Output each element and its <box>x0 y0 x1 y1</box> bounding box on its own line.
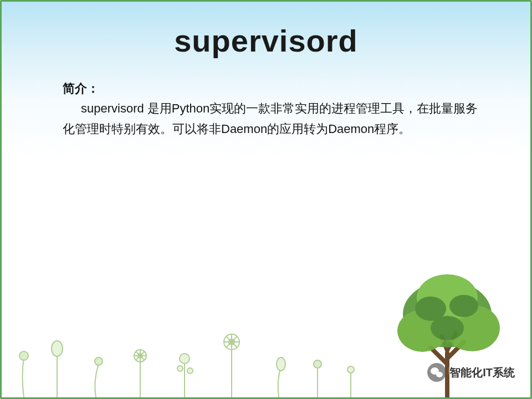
svg-point-13 <box>229 339 234 345</box>
plants-icon <box>2 303 378 397</box>
slide-title: supervisord <box>2 2 530 59</box>
svg-line-8 <box>136 351 145 360</box>
svg-point-21 <box>403 281 492 347</box>
svg-point-24 <box>417 274 478 321</box>
svg-point-23 <box>444 305 500 351</box>
svg-line-7 <box>136 351 145 360</box>
svg-point-3 <box>134 350 146 362</box>
watermark-text: 智能化IT系统 <box>449 365 515 380</box>
svg-line-16 <box>226 336 237 347</box>
watermark: 智能化IT系统 <box>427 363 515 382</box>
svg-point-11 <box>187 368 193 374</box>
content-block: 简介： supervisord 是用Python实现的一款非常实用的进程管理工具… <box>63 79 480 139</box>
slide: supervisord 简介： supervisord 是用Python实现的一… <box>0 0 532 399</box>
svg-line-17 <box>226 336 237 347</box>
svg-point-26 <box>449 295 478 317</box>
svg-point-25 <box>415 296 446 321</box>
svg-point-18 <box>277 357 285 371</box>
svg-point-10 <box>177 366 183 371</box>
svg-point-20 <box>347 366 354 373</box>
svg-point-12 <box>224 334 239 350</box>
intro-text: supervisord 是用Python实现的一款非常实用的进程管理工具，在批量… <box>63 99 480 139</box>
svg-point-1 <box>52 341 63 356</box>
svg-point-4 <box>138 354 142 358</box>
svg-point-19 <box>314 360 321 368</box>
svg-point-27 <box>431 316 464 340</box>
svg-point-2 <box>95 357 103 365</box>
svg-point-22 <box>397 310 447 352</box>
wechat-icon <box>427 363 446 382</box>
svg-point-0 <box>19 351 28 360</box>
svg-point-9 <box>180 354 190 364</box>
intro-label: 简介： <box>63 79 480 99</box>
